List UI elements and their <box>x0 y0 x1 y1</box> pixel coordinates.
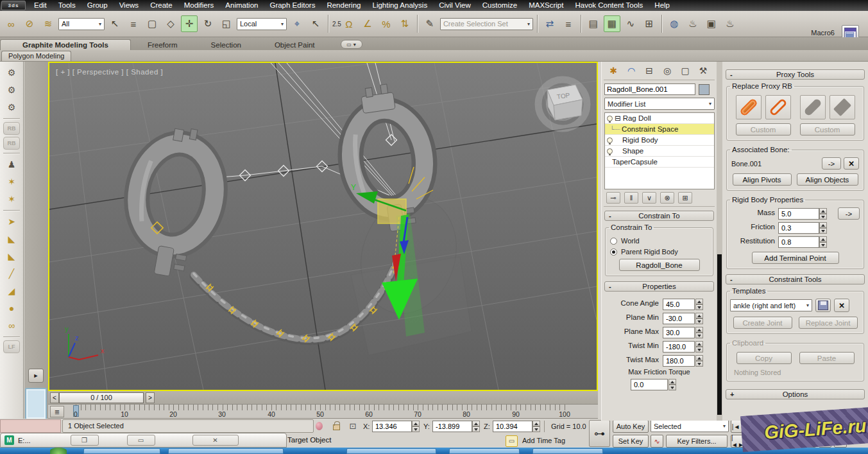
create-tab-icon[interactable]: ✱ <box>605 64 622 77</box>
app-logo[interactable]: 3ds <box>1 1 26 10</box>
x-spinner[interactable] <box>412 421 420 432</box>
proxy-tools-rollout-header[interactable]: - Proxy Tools <box>726 69 865 80</box>
mass-spinner[interactable] <box>819 208 827 220</box>
taskbar-button[interactable] <box>449 448 520 454</box>
ragdoll-tool-icon[interactable]: ♟ <box>3 157 21 172</box>
proxy-capsule-outline-button[interactable] <box>765 95 791 119</box>
rect-selection-region-icon[interactable]: ▢ <box>144 15 160 32</box>
render-setup-icon[interactable]: ♨ <box>685 15 701 32</box>
parent-rigid-body-button[interactable]: Ragdoll_Bone <box>619 259 700 271</box>
auto-key-button[interactable]: Auto Key <box>613 420 649 433</box>
taskbar-button[interactable] <box>83 448 160 454</box>
twist-max-field[interactable] <box>663 355 695 367</box>
menu-lighting-analysis[interactable]: Lighting Analysis <box>366 0 433 11</box>
rigid-body-button[interactable]: RB <box>3 122 20 135</box>
reference-coordinate-combo[interactable]: Local ▾ <box>237 18 287 30</box>
constraint-plane-icon[interactable]: ◢ <box>3 283 21 299</box>
menu-help[interactable]: Help <box>649 0 676 11</box>
visibility-bulb-icon[interactable] <box>607 116 613 121</box>
constraint-stiff-spring-icon[interactable]: ╱ <box>3 266 21 281</box>
select-and-scale-icon[interactable]: ◱ <box>218 15 235 32</box>
menu-rendering[interactable]: Rendering <box>321 0 366 11</box>
menu-modifiers[interactable]: Modifiers <box>178 0 220 11</box>
key-filters-button[interactable]: Key Filters... <box>666 435 728 448</box>
set-key-button[interactable]: Set Key <box>613 435 649 448</box>
havok-export-preview-icon[interactable]: ⚙ <box>3 82 21 98</box>
select-object-icon[interactable]: ↖ <box>106 15 123 32</box>
set-keys-icon[interactable]: ⊶ <box>589 420 610 447</box>
link-icon[interactable]: ∞ <box>3 15 19 32</box>
radio-world[interactable]: World <box>610 237 708 245</box>
z-coordinate-field[interactable] <box>493 421 532 432</box>
selection-lock-icon[interactable] <box>333 424 340 430</box>
stack-item-shape[interactable]: Shape <box>605 146 714 157</box>
use-pivot-center-icon[interactable]: ⌖ <box>289 15 305 32</box>
track-bar[interactable]: ≣ 0 10 20 30 40 50 60 70 80 90 100 <box>48 405 598 419</box>
remove-modifier-icon[interactable]: ⊗ <box>660 192 674 204</box>
tab-graphite-modeling-tools[interactable]: Graphite Modeling Tools <box>0 39 131 50</box>
snaps-toggle-icon[interactable]: Ω <box>341 15 357 32</box>
cone-angle-spinner[interactable] <box>695 299 703 310</box>
create-joint-button[interactable]: Create Joint <box>733 317 792 329</box>
viewport-label[interactable]: [ + ] [ Perspective ] [ Shaded ] <box>56 68 163 76</box>
unlink-icon[interactable]: ⊘ <box>21 15 38 32</box>
schematic-view-icon[interactable]: ⊞ <box>641 15 658 32</box>
tab-object-paint[interactable]: Object Paint <box>258 40 332 50</box>
select-manipulate-icon[interactable]: ↖ <box>307 15 324 32</box>
copy-mass-button[interactable]: -> <box>838 207 860 220</box>
plane-max-field[interactable] <box>663 327 695 338</box>
stack-item-rigid-body[interactable]: Rigid Body <box>605 135 714 146</box>
expand-icon[interactable]: ⊟ <box>615 114 621 123</box>
tab-selection[interactable]: Selection <box>194 40 258 50</box>
twist-max-spinner[interactable] <box>695 355 703 367</box>
twist-min-field[interactable] <box>663 341 695 353</box>
clear-bone-button[interactable]: ✕ <box>844 157 859 170</box>
taskbar-button[interactable] <box>346 448 436 454</box>
object-name-field[interactable] <box>604 83 695 95</box>
custom-left-button[interactable]: Custom <box>736 123 791 135</box>
select-by-name-icon[interactable]: ≡ <box>125 15 142 32</box>
time-slider-handle[interactable]: 0 / 100 <box>59 392 144 403</box>
plane-min-spinner[interactable] <box>695 313 703 324</box>
visibility-bulb-icon[interactable] <box>607 137 613 143</box>
menu-graph-editors[interactable]: Graph Editors <box>264 0 321 11</box>
make-unique-icon[interactable]: ∨ <box>642 192 656 204</box>
window-close-button[interactable]: ✕ <box>192 435 239 446</box>
selection-filter-combo[interactable]: All ▾ <box>58 18 105 30</box>
mass-field[interactable] <box>778 208 819 220</box>
curve-editor-icon[interactable]: ∿ <box>622 15 639 32</box>
z-spinner[interactable] <box>532 421 540 432</box>
scrollbar-thumb[interactable] <box>717 254 722 415</box>
radio-icon[interactable] <box>610 249 617 256</box>
window-maximize-button[interactable]: ▭ <box>127 435 155 446</box>
y-spinner[interactable] <box>472 421 480 432</box>
taskbar-button[interactable] <box>168 448 284 454</box>
edit-named-selections-icon[interactable]: ✎ <box>421 15 438 32</box>
menu-animation[interactable]: Animation <box>219 0 264 11</box>
radio-parent-rigid-body[interactable]: Parent Rigid Body <box>610 248 708 256</box>
rigid-body-group-button[interactable]: RB <box>3 137 20 150</box>
time-tag-cube-icon[interactable]: ▭ <box>506 435 518 447</box>
mini-curve-editor-icon[interactable]: ≣ <box>50 406 64 417</box>
max-friction-torque-field[interactable] <box>631 379 668 390</box>
shape-tool-alt-icon[interactable]: ✶ <box>3 191 21 207</box>
add-terminal-point-button[interactable]: Add Terminal Point <box>752 252 839 264</box>
window-restore-button[interactable]: ❐ <box>71 435 99 446</box>
menu-create[interactable]: Create <box>144 0 178 11</box>
align-pivots-button[interactable]: Align Pivots <box>733 173 792 186</box>
command-panel-scrollbar[interactable] <box>717 62 722 421</box>
constraint-tools-rollout-header[interactable]: - Constraint Tools <box>726 274 865 284</box>
menu-edit[interactable]: Edit <box>28 0 53 11</box>
add-time-tag[interactable]: Add Time Tag <box>522 437 565 444</box>
stack-item-tapercapsule[interactable]: TaperCapsule <box>605 157 714 168</box>
menu-group[interactable]: Group <box>81 0 114 11</box>
select-and-rotate-icon[interactable]: ↻ <box>200 15 216 32</box>
select-and-move-icon[interactable]: ✛ <box>181 15 198 32</box>
visibility-bulb-icon[interactable] <box>607 148 613 154</box>
cone-angle-field[interactable] <box>663 299 695 310</box>
communication-balloon-icon[interactable] <box>316 422 323 430</box>
tab-polygon-modeling[interactable]: Polygon Modeling <box>1 51 71 61</box>
absolute-mode-icon[interactable]: ⊡ <box>347 421 359 432</box>
menu-havok-content-tools[interactable]: Havok Content Tools <box>569 0 649 11</box>
shape-tool-icon[interactable]: ✶ <box>3 174 21 189</box>
